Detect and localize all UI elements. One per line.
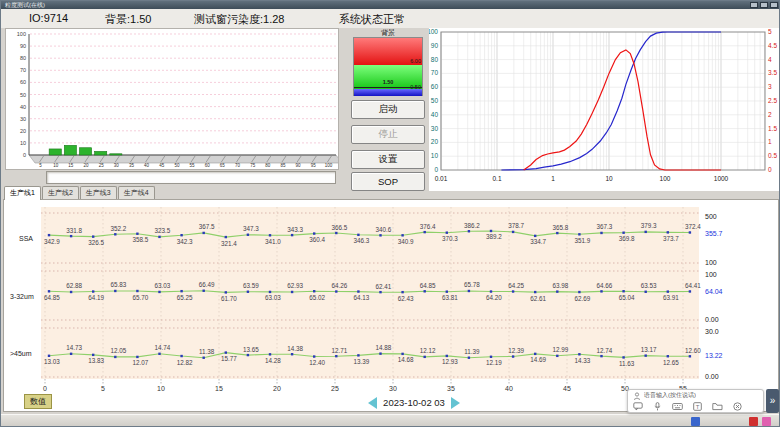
chat-icon[interactable] [633,402,643,411]
settings-button[interactable]: 设置 [351,150,425,169]
next-date-arrow[interactable] [451,397,460,409]
maximize-button[interactable] [760,2,768,8]
svg-text:3.5: 3.5 [768,69,777,76]
svg-text:20: 20 [431,138,439,145]
svg-text:351.9: 351.9 [575,237,591,244]
svg-text:370.3: 370.3 [442,235,458,242]
minimize-button[interactable] [750,2,758,8]
svg-text:0: 0 [43,385,47,392]
svg-text:346.3: 346.3 [354,237,370,244]
svg-text:0.00: 0.00 [705,373,719,380]
svg-text:35: 35 [447,385,455,392]
tray-icon-pink[interactable] [762,417,771,426]
svg-text:12.05: 12.05 [110,347,126,354]
tab-production-line-3[interactable]: 生产线3 [80,186,117,199]
svg-text:342.9: 342.9 [44,238,60,245]
svg-text:100: 100 [705,271,717,278]
histogram-scrollbar[interactable] [46,171,336,184]
trend-chart: 0510152025303540455055SSA500100355.7342.… [5,201,778,393]
svg-text:13.03: 13.03 [44,358,60,365]
text-tool-icon[interactable]: T [693,402,702,411]
tab-production-line-2[interactable]: 生产线2 [42,186,79,199]
svg-text:85: 85 [280,163,286,168]
svg-text:378.7: 378.7 [508,222,524,229]
svg-text:376.4: 376.4 [420,223,436,230]
svg-text:1: 1 [551,175,555,182]
svg-text:50: 50 [174,163,180,168]
taskbar [1,414,780,427]
svg-text:60: 60 [431,83,439,90]
ime-expand-chevron[interactable]: » [766,389,779,413]
svg-text:20: 20 [273,385,281,392]
svg-text:25: 25 [99,163,105,168]
start-button[interactable]: 启动 [351,100,425,119]
svg-text:65.04: 65.04 [619,294,635,301]
svg-text:65.78: 65.78 [464,281,480,288]
svg-text:12.40: 12.40 [309,359,325,366]
svg-text:63.98: 63.98 [552,282,568,289]
date-label: 2023-10-02 03 [383,397,445,408]
close-button[interactable] [770,2,778,8]
svg-text:341.0: 341.0 [265,238,281,245]
window-controls [750,2,778,8]
values-button[interactable]: 数值 [24,394,52,409]
svg-text:323.5: 323.5 [155,227,171,234]
svg-text:334.7: 334.7 [530,238,546,245]
svg-text:64.85: 64.85 [420,282,436,289]
title-bar[interactable]: 粒度测试(在线) [1,1,780,9]
ime-hint-text: 语音输入(按住说话) [644,391,696,400]
svg-text:65.70: 65.70 [133,294,149,301]
svg-text:12.99: 12.99 [552,346,568,353]
svg-text:30: 30 [389,385,397,392]
trend-panel: 0510152025303540455055SSA500100355.7342.… [3,199,779,412]
svg-text:50: 50 [431,97,439,104]
sop-button[interactable]: SOP [351,172,425,191]
svg-text:4.5: 4.5 [768,42,777,49]
close-circle-icon[interactable] [733,402,742,411]
svg-text:355.7: 355.7 [705,230,723,237]
keyboard-icon[interactable] [672,402,683,411]
svg-text:65.02: 65.02 [309,294,325,301]
tab-production-line-4[interactable]: 生产线4 [118,186,155,199]
ime-icon-row: T [633,402,758,411]
prev-date-arrow[interactable] [368,397,377,409]
ime-toolbar: 语音输入(按住说话) T [627,389,764,413]
svg-text:64.25: 64.25 [508,282,524,289]
svg-text:30: 30 [431,125,439,132]
svg-text:1.5: 1.5 [768,125,777,132]
tab-production-line-1[interactable]: 生产线1 [4,186,41,200]
svg-text:358.5: 358.5 [133,236,149,243]
io-value: IO:9714 [29,12,68,24]
svg-text:100: 100 [660,175,671,182]
distribution-chart: 010203040506070809010000.511.522.533.544… [429,28,779,191]
svg-text:340.6: 340.6 [376,226,392,233]
svg-text:343.3: 343.3 [287,226,303,233]
svg-text:12.12: 12.12 [420,347,436,354]
svg-text:30.0: 30.0 [705,328,719,335]
svg-text:12.82: 12.82 [177,359,193,366]
folder-icon[interactable] [712,402,723,411]
svg-text:360.4: 360.4 [309,236,325,243]
svg-text:367.3: 367.3 [597,223,613,230]
svg-text:10: 10 [605,175,613,182]
microphone-icon[interactable] [653,402,662,411]
svg-text:14.28: 14.28 [265,357,281,364]
svg-text:63.03: 63.03 [265,294,281,301]
background-value: 背景:1.50 [105,12,151,27]
tray-icon-blue[interactable] [691,417,700,426]
svg-text:63.03: 63.03 [155,282,171,289]
svg-text:365.8: 365.8 [552,224,568,231]
svg-text:340.9: 340.9 [398,238,414,245]
svg-text:4: 4 [768,56,772,63]
stop-button[interactable]: 停止 [351,125,425,144]
tray-icon-red[interactable] [749,417,758,426]
svg-text:0: 0 [434,166,438,173]
svg-text:1: 1 [768,138,772,145]
svg-text:SSA: SSA [19,235,33,242]
svg-text:20: 20 [20,128,26,134]
svg-text:11.39: 11.39 [464,348,480,355]
svg-text:10: 10 [431,152,439,159]
svg-text:14.73: 14.73 [66,344,82,351]
svg-text:14.33: 14.33 [575,357,591,364]
svg-text:55: 55 [190,163,196,168]
